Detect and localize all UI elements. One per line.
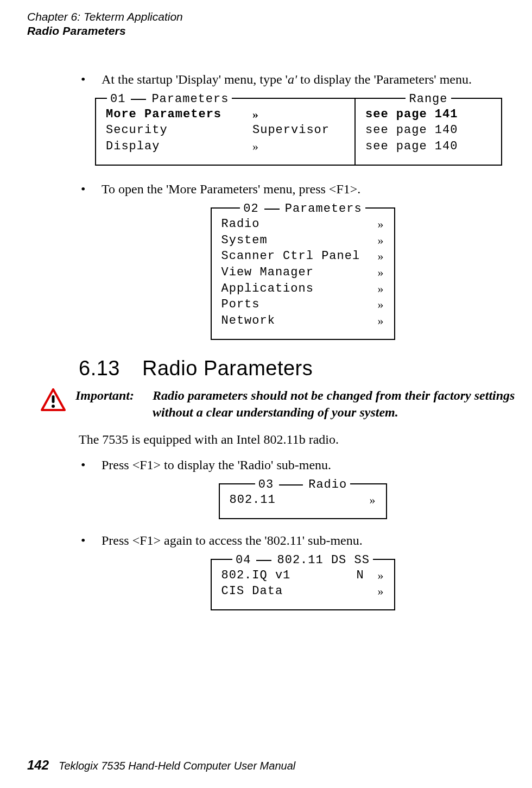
- important-callout: Important: Radio parameters should not b…: [41, 387, 527, 421]
- menu-04-row-0-name: 802.IQ v1: [221, 568, 350, 584]
- bullet-4-text: Press <F1> again to access the '802.11' …: [102, 533, 363, 547]
- menu-04-num: 04: [236, 552, 251, 569]
- bullet-1-text-post: to display the 'Parameters' menu.: [297, 72, 472, 86]
- page: Chapter 6: Tekterm Application Radio Par…: [0, 0, 532, 788]
- menu-03-title: Radio: [308, 477, 347, 493]
- bullet-2-text: To open the 'More Parameters' menu, pres…: [102, 182, 360, 196]
- page-footer: 142 Teklogix 7535 Hand-Held Computer Use…: [27, 758, 295, 773]
- menu-04-title: 802.11 DS SS: [277, 552, 369, 569]
- menu-04-80211: 04 802.11 DS SS 802.IQ v1 N » CIS Data »: [211, 559, 395, 610]
- menu-01-row-2-val: »: [252, 138, 345, 155]
- menu-02-row-0: Radio»: [221, 216, 384, 232]
- bullet-4: Press <F1> again to access the '802.11' …: [79, 532, 527, 549]
- arrow-icon: »: [378, 232, 384, 249]
- menu-04-row-1-mid: [350, 583, 371, 600]
- bullet-2: To open the 'More Parameters' menu, pres…: [79, 181, 527, 198]
- section-heading: 6.13 Radio Parameters: [79, 355, 527, 382]
- menu-04-row-1: CIS Data »: [221, 583, 384, 600]
- arrow-icon: »: [371, 583, 384, 600]
- arrow-icon: »: [378, 216, 384, 232]
- menu-01-wrap: 01 Parameters More Parameters » Security…: [95, 98, 527, 166]
- menu-02-row-1: System»: [221, 232, 384, 249]
- chapter-title: Chapter 6: Tekterm Application: [27, 10, 527, 24]
- arrow-icon: »: [378, 297, 384, 313]
- menu-03-num: 03: [258, 477, 274, 493]
- bullet-3: Press <F1> to display the 'Radio' sub-me…: [79, 457, 527, 474]
- arrow-icon: »: [370, 492, 376, 508]
- menu-01-row-1-val: Supervisor: [252, 122, 345, 138]
- page-body: At the startup 'Display' menu, type 'a' …: [27, 71, 527, 611]
- bullet-list-1: At the startup 'Display' menu, type 'a' …: [79, 71, 527, 88]
- svg-rect-1: [52, 395, 55, 403]
- legend-rule: [264, 209, 280, 210]
- section-title-head: Radio Parameters: [27, 24, 527, 38]
- bullet-1-text-pre: At the startup 'Display' menu, type ': [102, 72, 288, 86]
- menu-01-row-0-name: More Parameters: [106, 106, 252, 123]
- menu-02-item-2: Scanner Ctrl Panel: [221, 248, 378, 264]
- menu-04-row-0-mid: N: [350, 568, 371, 584]
- legend-rule: [279, 484, 303, 486]
- arrow-icon: »: [378, 264, 384, 281]
- menu-02-row-6: Network»: [221, 313, 384, 329]
- menu-02-row-2: Scanner Ctrl Panel»: [221, 248, 384, 264]
- menu-01-row-2: Display »: [106, 138, 345, 155]
- menu-02-num: 02: [243, 201, 258, 217]
- menu-01-num: 01: [110, 91, 125, 108]
- arrow-icon: »: [378, 313, 384, 329]
- menu-02-item-6: Network: [221, 313, 378, 329]
- menu-01-range-1: see page 140: [365, 122, 491, 138]
- arrow-icon: »: [378, 281, 384, 297]
- arrow-icon: »: [371, 568, 384, 584]
- legend-rule: [256, 560, 271, 561]
- menu-01-parameters: 01 Parameters More Parameters » Security…: [95, 98, 356, 166]
- bullet-3-text: Press <F1> to display the 'Radio' sub-me…: [102, 458, 331, 472]
- menu-02-title: Parameters: [285, 201, 362, 217]
- menu-01-range-title: Range: [409, 91, 447, 108]
- important-text: Radio parameters should not be changed f…: [153, 387, 527, 421]
- menu-03-item: 802.11: [230, 492, 370, 508]
- paragraph-1: The 7535 is equipped with an Intel 802.1…: [79, 431, 527, 448]
- bullet-list-2: To open the 'More Parameters' menu, pres…: [79, 181, 527, 198]
- menu-01-row-1: Security Supervisor: [106, 122, 345, 138]
- menu-04-row-1-name: CIS Data: [221, 583, 350, 600]
- menu-02-row-5: Ports»: [221, 297, 384, 313]
- menu-02-item-3: View Manager: [221, 264, 378, 281]
- menu-03-radio: 03 Radio 802.11 »: [219, 483, 387, 519]
- bullet-1-em: a': [288, 72, 297, 86]
- menu-01-title: Parameters: [151, 91, 229, 108]
- menu-01-row-0: More Parameters »: [106, 106, 345, 123]
- page-number: 142: [27, 758, 49, 773]
- book-title: Teklogix 7535 Hand-Held Computer User Ma…: [59, 760, 295, 772]
- menu-03-row-0: 802.11 »: [230, 492, 376, 508]
- menu-01-range-0-text: see page 141: [365, 106, 458, 123]
- menu-02-item-4: Applications: [221, 281, 378, 297]
- menu-01-range-1-text: see page 140: [365, 122, 458, 138]
- menu-02-row-4: Applications»: [221, 281, 384, 297]
- menu-01-range-2-text: see page 140: [365, 138, 458, 155]
- menu-01-row-0-val: »: [252, 106, 345, 123]
- bullet-1: At the startup 'Display' menu, type 'a' …: [79, 71, 527, 88]
- menu-01-row-1-name: Security: [106, 122, 252, 138]
- menu-02-row-3: View Manager»: [221, 264, 384, 281]
- menu-02-item-0: Radio: [221, 216, 378, 232]
- section-number: 6.13: [79, 355, 120, 382]
- running-head: Chapter 6: Tekterm Application Radio Par…: [27, 10, 527, 39]
- menu-02-parameters: 02 Parameters Radio» System» Scanner Ctr…: [211, 207, 395, 340]
- menu-02-item-5: Ports: [221, 297, 378, 313]
- menu-01-row-2-name: Display: [106, 138, 252, 155]
- svg-point-2: [52, 405, 55, 408]
- section-title: Radio Parameters: [142, 357, 313, 380]
- legend-rule: [131, 99, 146, 100]
- menu-01-range: Range see page 141 see page 140 see page…: [356, 98, 502, 166]
- menu-04-row-0: 802.IQ v1 N »: [221, 568, 384, 584]
- important-label: Important:: [75, 387, 143, 404]
- arrow-icon: »: [378, 248, 384, 264]
- warning-icon: [41, 388, 66, 417]
- bullet-list-4: Press <F1> again to access the '802.11' …: [79, 532, 527, 549]
- menu-02-item-1: System: [221, 232, 378, 249]
- bullet-list-3: Press <F1> to display the 'Radio' sub-me…: [79, 457, 527, 474]
- menu-01-range-2: see page 140: [365, 138, 491, 155]
- menu-01-range-0: see page 141: [365, 106, 491, 123]
